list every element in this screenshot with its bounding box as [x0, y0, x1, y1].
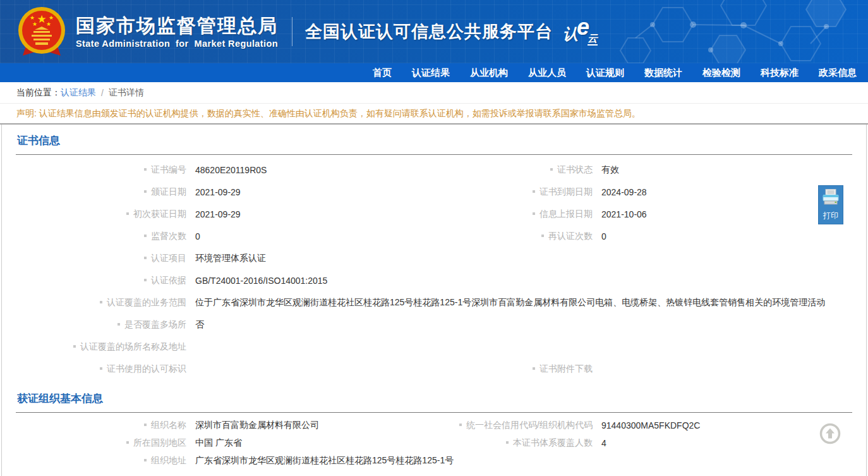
- field-label-cert-basis: 认证依据: [16, 275, 186, 286]
- field-row: 组织地址 广东省深圳市龙华区观澜街道桂花社区桂花路125号桂花路125-1号: [16, 452, 852, 470]
- field-value-credit-code: 91440300MA5FKDFQ2C: [601, 420, 700, 430]
- field-label-business-scope: 认证覆盖的业务范围: [16, 297, 186, 308]
- svg-text:★: ★: [37, 13, 46, 25]
- field-label-multi-site: 是否覆盖多场所: [16, 319, 186, 331]
- section-title-org-info: 获证组织基本信息: [16, 382, 852, 413]
- nav-item-practitioners[interactable]: 从业人员: [528, 63, 566, 82]
- field-row: 认证覆盖的业务范围 位于广东省深圳市龙华区观澜街道桂花社区桂花路125号桂花路1…: [16, 291, 852, 314]
- field-value-cert-number: 48620E20119R0S: [195, 165, 267, 175]
- field-value-issue-date: 2021-09-29: [195, 187, 241, 197]
- field-label-recert-count: 再认证次数: [414, 231, 593, 242]
- field-value-org-address: 广东省深圳市龙华区观澜街道桂花社区桂花路125号桂花路125-1号: [195, 455, 454, 467]
- field-label-issue-date: 颁证日期: [16, 186, 186, 198]
- svg-text:★: ★: [49, 15, 54, 21]
- field-value-expiry-date: 2024-09-28: [601, 187, 647, 197]
- svg-text:★: ★: [46, 21, 51, 27]
- field-value-recert-count: 0: [601, 231, 606, 241]
- field-row: 所在国别地区 中国 广东省 本证书体系覆盖人数 4: [16, 434, 852, 452]
- field-row: 认证项目 环境管理体系认证: [16, 247, 852, 269]
- national-emblem: ★ ★ ★ ★ ★: [16, 5, 67, 58]
- breadcrumb-separator: /: [101, 88, 104, 98]
- field-value-covered-people-count: 4: [601, 438, 606, 448]
- back-to-top-button[interactable]: [819, 423, 841, 444]
- field-row: 是否覆盖多场所 否: [16, 314, 852, 336]
- site-title: 全国认证认可信息公共服务平台: [305, 20, 553, 43]
- field-label-cert-status: 证书状态: [414, 164, 593, 176]
- field-label-supervision-count: 监督次数: [16, 231, 186, 242]
- field-row: 监督次数 0 再认证次数 0: [16, 225, 852, 247]
- field-value-org-name: 深圳市百富勤金属材料有限公司: [195, 420, 319, 431]
- section-title-certificate-info: 证书信息: [16, 125, 852, 155]
- field-value-country-region: 中国 广东省: [195, 437, 242, 449]
- field-row: 颁证日期 2021-09-29 证书到期日期 2024-09-28: [16, 181, 852, 203]
- logo-ren-char: 认: [563, 25, 578, 42]
- agency-name-en: State Administration for Market Regulati…: [76, 39, 278, 49]
- field-value-report-date: 2021-10-06: [601, 209, 647, 219]
- field-label-org-address: 组织地址: [16, 455, 186, 467]
- field-label-covered-people-count: 本证书体系覆盖人数: [414, 437, 593, 449]
- nav-item-data-statistics[interactable]: 数据统计: [644, 63, 682, 82]
- field-row: 认证依据 GB/T24001-2016/ISO14001:2015: [16, 269, 852, 291]
- svg-text:★: ★: [32, 21, 37, 27]
- breadcrumb-current: 证书详情: [109, 87, 144, 99]
- field-label-country-region: 所在国别地区: [16, 437, 186, 449]
- field-value-cert-basis: GB/T24001-2016/ISO14001:2015: [195, 276, 327, 286]
- nav-item-cert-rules[interactable]: 认证规则: [586, 63, 624, 82]
- field-label-attachment-download: 证书附件下载: [414, 363, 593, 375]
- field-value-supervision-count: 0: [195, 231, 200, 241]
- field-value-first-cert-date: 2021-09-29: [195, 209, 241, 219]
- field-value-business-scope: 位于广东省深圳市龙华区观澜街道桂花社区桂花路125号桂花路125-1号深圳市百富…: [195, 297, 825, 308]
- print-button[interactable]: 打印: [818, 185, 843, 224]
- logo-yun-char: 云: [588, 33, 598, 46]
- field-label-org-name: 组织名称: [16, 420, 186, 431]
- ren-e-yun-logo: 认e云: [563, 18, 598, 45]
- agency-title-block: 国家市场监督管理总局 State Administration for Mark…: [76, 15, 278, 49]
- disclaimer-notice: 声明: 认证结果信息由颁发证书的认证机构提供，数据的真实性、准确性由认证机构负责…: [0, 104, 868, 125]
- back-to-top-icon: [819, 436, 841, 446]
- field-label-covered-sites: 认证覆盖的场所名称及地址: [16, 341, 186, 353]
- nav-item-inspection-testing[interactable]: 检验检测: [702, 63, 740, 82]
- nav-item-procurement-info[interactable]: 政采信息: [819, 63, 857, 82]
- field-label-expiry-date: 证书到期日期: [414, 186, 593, 198]
- certificate-detail-panel: 证书信息 证书编号 48620E20119R0S 证书状态 有效 颁证日期 20…: [1, 125, 867, 476]
- field-label-first-cert-date: 初次获证日期: [16, 209, 186, 220]
- field-label-accreditation-mark: 证书使用的认可标识: [16, 363, 186, 375]
- nav-item-cert-results[interactable]: 认证结果: [412, 63, 450, 82]
- field-label-cert-number: 证书编号: [16, 164, 186, 176]
- field-label-cert-project: 认证项目: [16, 253, 186, 264]
- certificate-info-rows: 证书编号 48620E20119R0S 证书状态 有效 颁证日期 2021-09…: [16, 155, 852, 382]
- field-row: 证书编号 48620E20119R0S 证书状态 有效: [16, 159, 852, 181]
- org-info-rows: 组织名称 深圳市百富勤金属材料有限公司 统一社会信用代码/组织机构代码 9144…: [16, 413, 852, 472]
- breadcrumb: 当前位置： 认证结果 / 证书详情: [0, 82, 868, 104]
- agency-name-cn: 国家市场监督管理总局: [76, 15, 278, 37]
- field-value-cert-status: 有效: [601, 164, 619, 176]
- field-value-multi-site: 否: [195, 319, 204, 331]
- field-label-credit-code: 统一社会信用代码/组织机构代码: [414, 420, 593, 431]
- header-divider: [292, 17, 292, 46]
- printer-icon: [821, 189, 840, 208]
- field-value-cert-project: 环境管理体系认证: [195, 253, 266, 264]
- field-row: 初次获证日期 2021-09-29 信息上报日期 2021-10-06: [16, 203, 852, 225]
- breadcrumb-prefix: 当前位置：: [16, 87, 61, 99]
- field-row: 证书使用的认可标识 证书附件下载: [16, 358, 852, 380]
- breadcrumb-link-cert-results[interactable]: 认证结果: [61, 87, 96, 99]
- field-label-report-date: 信息上报日期: [414, 209, 593, 220]
- field-row: 认证覆盖的场所名称及地址: [16, 336, 852, 358]
- hexagon-pattern-decoration: [615, 0, 868, 63]
- nav-item-institutions[interactable]: 从业机构: [470, 63, 508, 82]
- site-header: ★ ★ ★ ★ ★ 国家市场监督管理总局 State Administratio…: [0, 0, 868, 63]
- field-row: 组织名称 深圳市百富勤金属材料有限公司 统一社会信用代码/组织机构代码 9144…: [16, 417, 852, 434]
- nav-item-tech-standards[interactable]: 科技标准: [761, 63, 799, 82]
- print-button-label: 打印: [823, 211, 838, 221]
- nav-item-home[interactable]: 首页: [373, 63, 392, 82]
- svg-text:★: ★: [30, 15, 35, 21]
- main-nav: 首页 认证结果 从业机构 从业人员 认证规则 数据统计 检验检测 科技标准 政采…: [0, 63, 868, 82]
